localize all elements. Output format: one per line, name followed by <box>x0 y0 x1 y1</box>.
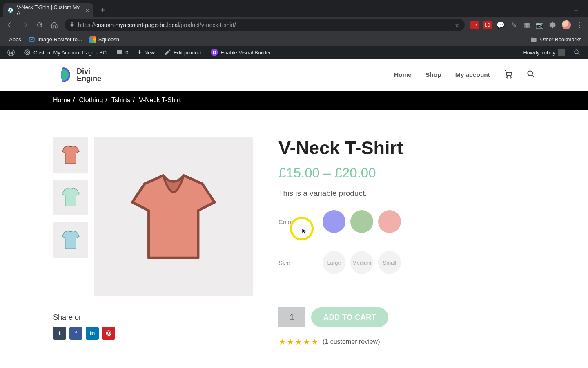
size-label: Size <box>278 259 323 266</box>
svg-point-15 <box>507 77 508 78</box>
wp-comments[interactable]: 0 <box>112 46 131 59</box>
bookmark-star-icon[interactable]: ☆ <box>454 22 460 28</box>
back-button[interactable] <box>6 20 15 29</box>
apps-button[interactable]: Apps <box>7 36 21 43</box>
svg-point-14 <box>575 50 578 54</box>
product-main-image[interactable] <box>94 137 253 296</box>
nav-shop[interactable]: Shop <box>425 71 441 79</box>
svg-point-16 <box>510 77 511 78</box>
product-title: V-Neck T-Shirt <box>278 137 535 159</box>
rating-stars: ★★★★★ <box>278 337 318 347</box>
add-to-cart-button[interactable]: ADD TO CART <box>311 307 388 327</box>
avatar <box>558 49 565 56</box>
reload-button[interactable] <box>35 20 44 29</box>
lock-icon <box>69 22 75 28</box>
other-bookmarks-button[interactable]: Other Bookmarks <box>530 36 581 43</box>
forward-button[interactable] <box>20 20 29 29</box>
breadcrumb: Home/ Clothing/ Tshirts/ V-Neck T-Shirt <box>0 91 588 110</box>
wp-howdy[interactable]: Howdy, robey <box>520 49 568 56</box>
wp-new[interactable]: + New <box>134 46 158 59</box>
wp-logo[interactable] <box>4 46 18 59</box>
bookmark-link[interactable]: Squoosh <box>89 36 119 43</box>
bookmark-link[interactable]: Image Resizer to... <box>29 36 82 43</box>
share-pinterest[interactable] <box>102 327 115 340</box>
new-tab-button[interactable]: + <box>97 4 109 16</box>
divi-badge-icon: D <box>211 49 218 56</box>
cursor-icon <box>301 228 307 235</box>
svg-point-12 <box>27 52 29 54</box>
kebab-menu-icon[interactable]: ⋮ <box>576 20 582 29</box>
extension-icon[interactable]: ✎ <box>510 21 518 29</box>
share-title: Share on <box>53 313 253 322</box>
minimize-icon[interactable] <box>571 5 581 16</box>
share-tumblr[interactable]: t <box>53 327 66 340</box>
wp-visual-builder[interactable]: D Enable Visual Builder <box>207 46 274 59</box>
product-description: This is a variable product. <box>278 189 535 198</box>
url-bar[interactable]: https://custom-myaccount-page-bc.local/p… <box>65 19 465 31</box>
product-thumb[interactable] <box>53 180 88 215</box>
size-option-small[interactable]: Small <box>378 251 401 274</box>
product-price: £15.00 – £20.00 <box>278 165 535 181</box>
home-button[interactable] <box>50 20 59 29</box>
close-icon[interactable]: × <box>85 7 89 14</box>
wordpress-icon <box>7 7 13 13</box>
site-logo[interactable]: Divi Engine <box>53 65 101 85</box>
size-option-large[interactable]: Large <box>323 251 345 274</box>
extension-icon[interactable]: 💬 <box>497 21 505 29</box>
color-swatch-blue[interactable] <box>323 210 345 233</box>
share-facebook[interactable]: f <box>69 327 82 340</box>
share-linkedin[interactable]: in <box>86 327 99 340</box>
logo-icon <box>53 65 73 85</box>
svg-point-13 <box>25 50 30 55</box>
squoosh-icon <box>89 36 96 43</box>
breadcrumb-cat[interactable]: Tshirts <box>111 96 130 103</box>
search-icon[interactable] <box>527 70 535 80</box>
nav-home[interactable]: Home <box>394 71 412 79</box>
size-option-medium[interactable]: Medium <box>350 251 373 274</box>
quantity-input[interactable]: 1 <box>278 307 305 327</box>
profile-avatar[interactable] <box>562 20 571 29</box>
product-thumb[interactable] <box>53 137 88 173</box>
color-swatch-green[interactable] <box>350 210 373 233</box>
extensions-button[interactable] <box>549 21 557 29</box>
cart-icon[interactable] <box>504 70 513 80</box>
product-thumb[interactable] <box>53 222 88 258</box>
extension-icon[interactable]: LD <box>483 21 492 29</box>
wp-site-link[interactable]: Custom My Account Page - BC <box>20 46 110 59</box>
color-swatch-red[interactable] <box>378 210 401 233</box>
breadcrumb-current: V-Neck T-Shirt <box>139 96 181 103</box>
browser-tab[interactable]: V-Neck T-Shirt | Custom My A × <box>3 3 93 17</box>
wp-edit-product[interactable]: Edit product <box>160 46 205 59</box>
logo-text: Divi Engine <box>77 67 101 82</box>
url-text: https://custom-myaccount-page-bc.local/p… <box>78 22 451 28</box>
breadcrumb-cat[interactable]: Clothing <box>79 96 103 103</box>
color-label: Color <box>278 218 323 225</box>
svg-point-17 <box>528 71 533 76</box>
nav-account[interactable]: My account <box>455 71 490 79</box>
breadcrumb-home[interactable]: Home <box>53 96 71 103</box>
review-count-link[interactable]: (1 customer review) <box>323 338 380 346</box>
extension-icon[interactable]: ▦ <box>523 21 531 29</box>
extension-icon[interactable]: ⬚1 <box>470 21 479 29</box>
tab-title: V-Neck T-Shirt | Custom My A <box>17 4 80 16</box>
extension-icon[interactable]: 📷 <box>536 21 544 29</box>
wp-search[interactable] <box>570 49 584 56</box>
